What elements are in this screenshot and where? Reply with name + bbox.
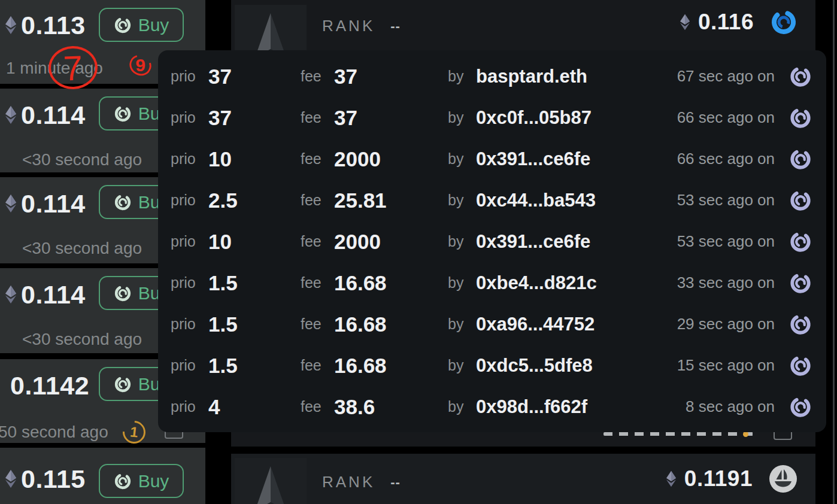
fee-label: fee bbox=[301, 398, 334, 415]
scrollbar-track[interactable] bbox=[833, 0, 835, 504]
tooltip-row: prio 37 fee 37 by 0xc0f...05b87 66 sec a… bbox=[158, 97, 826, 138]
prio-label: prio bbox=[171, 274, 208, 292]
clipped-time-text bbox=[604, 432, 753, 436]
row-time: 53 sec ago on bbox=[626, 232, 789, 251]
listing-age: 50 second ago bbox=[0, 423, 108, 442]
buy-button[interactable]: Buy bbox=[99, 464, 184, 498]
tooltip-row: prio 1.5 fee 16.68 by 0xbe4...d821c 33 s… bbox=[158, 262, 826, 303]
buy-label: Buy bbox=[138, 15, 169, 35]
by-address: basptard.eth bbox=[476, 66, 626, 87]
gem-swirl-icon bbox=[114, 16, 132, 34]
eth-icon bbox=[5, 470, 16, 488]
fee-label: fee bbox=[301, 357, 334, 374]
status-dot bbox=[743, 432, 748, 437]
prio-value: 10 bbox=[208, 147, 301, 171]
listing-time-row: <30 second ago bbox=[22, 330, 142, 349]
pending-count-badge: 1 bbox=[123, 421, 145, 444]
eth-icon bbox=[680, 13, 690, 32]
click-marker-9: 9 bbox=[129, 55, 151, 75]
listing-price: 0.114 bbox=[21, 280, 86, 309]
by-label: by bbox=[448, 109, 476, 126]
gem-swirl-icon[interactable] bbox=[789, 65, 812, 88]
eth-icon bbox=[5, 16, 16, 34]
fee-value: 2000 bbox=[334, 147, 448, 171]
listing-card: 0.115 Buy bbox=[0, 448, 205, 504]
token-thumbnail[interactable] bbox=[235, 458, 307, 504]
listing-age: <30 second ago bbox=[22, 239, 142, 258]
prio-value: 1.5 bbox=[208, 271, 301, 295]
by-address: 0xbe4...d821c bbox=[476, 272, 626, 294]
prio-label: prio bbox=[171, 192, 208, 209]
tooltip-row: prio 4 fee 38.6 by 0x98d...f662f 8 sec a… bbox=[158, 386, 826, 427]
listing-price: 0.114 bbox=[21, 101, 86, 130]
buy-button[interactable]: Buy bbox=[99, 8, 184, 42]
rank-value: -- bbox=[390, 19, 401, 34]
gem-swirl-icon[interactable] bbox=[789, 313, 812, 336]
by-label: by bbox=[448, 192, 476, 209]
gas-activity-tooltip: prio 37 fee 37 by basptard.eth 67 sec ag… bbox=[158, 50, 826, 432]
prio-value: 10 bbox=[208, 230, 301, 254]
by-address: 0xa96...44752 bbox=[476, 314, 626, 335]
gem-swirl-icon[interactable] bbox=[789, 230, 812, 253]
fee-value: 16.68 bbox=[334, 271, 448, 295]
fee-value: 16.68 bbox=[334, 312, 448, 336]
prio-label: prio bbox=[171, 315, 208, 333]
fee-label: fee bbox=[301, 274, 334, 292]
eth-icon bbox=[5, 195, 16, 212]
gem-swirl-icon[interactable] bbox=[789, 396, 812, 418]
prio-value: 1.5 bbox=[208, 354, 301, 378]
by-label: by bbox=[448, 233, 476, 250]
by-address: 0xc0f...05b87 bbox=[476, 107, 626, 129]
gem-swirl-icon bbox=[114, 105, 132, 123]
row-time: 29 sec ago on bbox=[626, 315, 789, 333]
listing-price-row: 0.114 bbox=[5, 187, 86, 220]
by-address: 0x98d...f662f bbox=[476, 396, 626, 418]
eth-icon bbox=[5, 106, 16, 124]
row-time: 15 sec ago on bbox=[626, 356, 789, 375]
screen: 0.113 Buy 1 minute ago 0.114 Buy <30 sec bbox=[0, 0, 837, 504]
rank-row: RANK -- bbox=[322, 17, 401, 35]
gem-swirl-icon[interactable] bbox=[789, 272, 812, 294]
listing-price-row: 0.115 bbox=[5, 462, 86, 496]
fee-label: fee bbox=[301, 109, 334, 126]
row-time: 33 sec ago on bbox=[626, 274, 789, 292]
listing-price-row: 0.114 bbox=[5, 98, 86, 132]
row-time: 66 sec ago on bbox=[626, 150, 789, 168]
listing-time-row: <30 second ago bbox=[22, 239, 142, 258]
gem-swirl-icon[interactable] bbox=[789, 189, 812, 212]
eth-pyramid-logo bbox=[242, 458, 299, 504]
prio-label: prio bbox=[171, 109, 208, 126]
by-label: by bbox=[448, 357, 476, 374]
by-address: 0xc44...ba543 bbox=[476, 190, 626, 211]
listing-price: 0.113 bbox=[21, 11, 86, 40]
prio-label: prio bbox=[171, 150, 208, 168]
row-time: 53 sec ago on bbox=[626, 191, 789, 210]
gem-swirl-icon bbox=[114, 375, 132, 393]
opensea-ship-icon[interactable] bbox=[769, 464, 797, 493]
tooltip-row: prio 37 fee 37 by basptard.eth 67 sec ag… bbox=[158, 56, 826, 97]
fee-value: 37 bbox=[334, 65, 448, 89]
tooltip-row: prio 2.5 fee 25.81 by 0xc44...ba543 53 s… bbox=[158, 180, 826, 221]
fee-value: 2000 bbox=[334, 230, 448, 254]
listing-age: <30 second ago bbox=[22, 330, 142, 349]
gem-blue-icon[interactable] bbox=[770, 8, 797, 36]
prio-value: 1.5 bbox=[208, 312, 301, 336]
listing-age: <30 second ago bbox=[22, 150, 142, 169]
by-label: by bbox=[448, 150, 476, 168]
gem-swirl-icon bbox=[114, 472, 132, 490]
gem-swirl-icon[interactable] bbox=[789, 107, 812, 129]
fee-label: fee bbox=[301, 233, 334, 250]
listing-time-row: <30 second ago bbox=[22, 150, 142, 169]
fee-label: fee bbox=[301, 150, 334, 168]
prio-label: prio bbox=[171, 68, 208, 85]
buy-label: Buy bbox=[138, 471, 169, 491]
prio-value: 37 bbox=[208, 106, 301, 130]
fee-value: 25.81 bbox=[334, 189, 448, 212]
gem-swirl-icon[interactable] bbox=[789, 354, 812, 377]
listing-price-row: 0.113 bbox=[5, 8, 86, 42]
fee-label: fee bbox=[301, 68, 334, 85]
fee-value: 37 bbox=[334, 106, 448, 130]
listing-price: 0.115 bbox=[21, 464, 86, 494]
gem-swirl-icon bbox=[114, 193, 132, 211]
gem-swirl-icon[interactable] bbox=[789, 148, 812, 171]
